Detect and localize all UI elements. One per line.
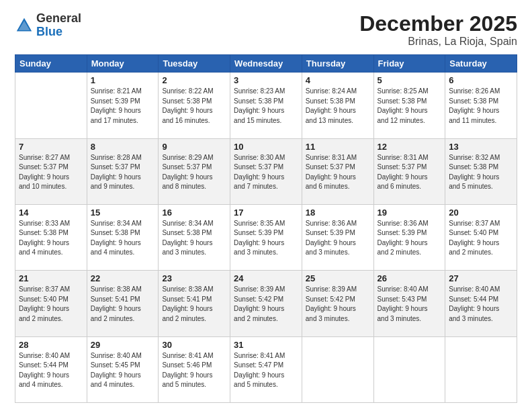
calendar-header-row: SundayMondayTuesdayWednesdayThursdayFrid… xyxy=(15,55,517,73)
calendar-cell: 2Sunrise: 8:22 AMSunset: 5:38 PMDaylight… xyxy=(159,73,230,138)
day-number: 20 xyxy=(449,208,513,218)
day-info: Sunrise: 8:27 AMSunset: 5:37 PMDaylight:… xyxy=(19,153,83,192)
calendar-cell: 18Sunrise: 8:36 AMSunset: 5:39 PMDayligh… xyxy=(302,204,373,270)
calendar-cell: 21Sunrise: 8:37 AMSunset: 5:40 PMDayligh… xyxy=(15,271,87,336)
day-number: 25 xyxy=(306,273,370,283)
calendar-cell: 23Sunrise: 8:38 AMSunset: 5:41 PMDayligh… xyxy=(159,271,230,336)
header: General Blue December 2025 Brinas, La Ri… xyxy=(15,12,517,48)
calendar-cell: 8Sunrise: 8:28 AMSunset: 5:37 PMDaylight… xyxy=(87,138,159,204)
day-info: Sunrise: 8:35 AMSunset: 5:39 PMDaylight:… xyxy=(234,219,298,258)
day-info: Sunrise: 8:22 AMSunset: 5:38 PMDaylight:… xyxy=(162,87,226,126)
day-number: 19 xyxy=(378,208,442,218)
day-info: Sunrise: 8:40 AMSunset: 5:44 PMDaylight:… xyxy=(449,285,513,324)
calendar-cell: 1Sunrise: 8:21 AMSunset: 5:39 PMDaylight… xyxy=(87,73,159,138)
calendar-cell: 15Sunrise: 8:34 AMSunset: 5:38 PMDayligh… xyxy=(87,204,159,270)
calendar-cell: 30Sunrise: 8:41 AMSunset: 5:46 PMDayligh… xyxy=(159,336,230,402)
day-number: 30 xyxy=(162,340,226,350)
calendar-cell: 17Sunrise: 8:35 AMSunset: 5:39 PMDayligh… xyxy=(230,204,302,270)
day-number: 2 xyxy=(162,75,226,85)
calendar-cell xyxy=(445,336,517,402)
day-info: Sunrise: 8:21 AMSunset: 5:39 PMDaylight:… xyxy=(91,87,155,126)
day-info: Sunrise: 8:34 AMSunset: 5:38 PMDaylight:… xyxy=(162,219,226,258)
calendar-cell: 13Sunrise: 8:32 AMSunset: 5:38 PMDayligh… xyxy=(445,138,517,204)
logo-blue: Blue xyxy=(36,26,81,39)
day-number: 28 xyxy=(19,340,83,350)
day-number: 22 xyxy=(91,273,155,283)
day-info: Sunrise: 8:37 AMSunset: 5:40 PMDaylight:… xyxy=(19,285,83,324)
day-info: Sunrise: 8:26 AMSunset: 5:38 PMDaylight:… xyxy=(449,87,513,126)
day-number: 23 xyxy=(162,273,226,283)
calendar-week-row: 14Sunrise: 8:33 AMSunset: 5:38 PMDayligh… xyxy=(15,204,517,270)
day-info: Sunrise: 8:40 AMSunset: 5:43 PMDaylight:… xyxy=(378,285,442,324)
day-number: 10 xyxy=(234,142,298,152)
day-info: Sunrise: 8:23 AMSunset: 5:38 PMDaylight:… xyxy=(234,87,298,126)
calendar-week-row: 1Sunrise: 8:21 AMSunset: 5:39 PMDaylight… xyxy=(15,73,517,138)
page: General Blue December 2025 Brinas, La Ri… xyxy=(0,0,532,411)
calendar-cell: 14Sunrise: 8:33 AMSunset: 5:38 PMDayligh… xyxy=(15,204,87,270)
day-info: Sunrise: 8:30 AMSunset: 5:37 PMDaylight:… xyxy=(234,153,298,192)
day-info: Sunrise: 8:41 AMSunset: 5:46 PMDaylight:… xyxy=(162,351,226,390)
day-info: Sunrise: 8:32 AMSunset: 5:38 PMDaylight:… xyxy=(449,153,513,192)
day-number: 8 xyxy=(91,142,155,152)
calendar-cell: 28Sunrise: 8:40 AMSunset: 5:44 PMDayligh… xyxy=(15,336,87,402)
day-info: Sunrise: 8:41 AMSunset: 5:47 PMDaylight:… xyxy=(234,351,298,390)
calendar-cell: 9Sunrise: 8:29 AMSunset: 5:37 PMDaylight… xyxy=(159,138,230,204)
calendar-cell: 4Sunrise: 8:24 AMSunset: 5:38 PMDaylight… xyxy=(302,73,373,138)
day-info: Sunrise: 8:28 AMSunset: 5:37 PMDaylight:… xyxy=(91,153,155,192)
calendar-cell: 3Sunrise: 8:23 AMSunset: 5:38 PMDaylight… xyxy=(230,73,302,138)
calendar-cell: 16Sunrise: 8:34 AMSunset: 5:38 PMDayligh… xyxy=(159,204,230,270)
calendar-cell: 22Sunrise: 8:38 AMSunset: 5:41 PMDayligh… xyxy=(87,271,159,336)
day-number: 14 xyxy=(19,208,83,218)
day-number: 13 xyxy=(449,142,513,152)
day-header-wednesday: Wednesday xyxy=(230,55,302,73)
calendar-cell: 11Sunrise: 8:31 AMSunset: 5:37 PMDayligh… xyxy=(302,138,373,204)
day-number: 17 xyxy=(234,208,298,218)
day-info: Sunrise: 8:34 AMSunset: 5:38 PMDaylight:… xyxy=(91,219,155,258)
calendar-cell: 7Sunrise: 8:27 AMSunset: 5:37 PMDaylight… xyxy=(15,138,87,204)
calendar-cell: 24Sunrise: 8:39 AMSunset: 5:42 PMDayligh… xyxy=(230,271,302,336)
logo-text: General Blue xyxy=(36,12,81,39)
title-block: December 2025 Brinas, La Rioja, Spain xyxy=(359,12,517,48)
calendar-week-row: 7Sunrise: 8:27 AMSunset: 5:37 PMDaylight… xyxy=(15,138,517,204)
day-info: Sunrise: 8:39 AMSunset: 5:42 PMDaylight:… xyxy=(306,285,370,324)
calendar-cell: 12Sunrise: 8:31 AMSunset: 5:37 PMDayligh… xyxy=(373,138,445,204)
calendar-cell: 31Sunrise: 8:41 AMSunset: 5:47 PMDayligh… xyxy=(230,336,302,402)
day-number: 5 xyxy=(378,75,442,85)
day-number: 24 xyxy=(234,273,298,283)
day-header-friday: Friday xyxy=(373,55,445,73)
day-info: Sunrise: 8:24 AMSunset: 5:38 PMDaylight:… xyxy=(306,87,370,126)
day-info: Sunrise: 8:31 AMSunset: 5:37 PMDaylight:… xyxy=(378,153,442,192)
day-info: Sunrise: 8:33 AMSunset: 5:38 PMDaylight:… xyxy=(19,219,83,258)
day-number: 1 xyxy=(91,75,155,85)
day-info: Sunrise: 8:29 AMSunset: 5:37 PMDaylight:… xyxy=(162,153,226,192)
calendar-cell xyxy=(373,336,445,402)
day-header-thursday: Thursday xyxy=(302,55,373,73)
calendar-cell: 26Sunrise: 8:40 AMSunset: 5:43 PMDayligh… xyxy=(373,271,445,336)
day-number: 31 xyxy=(234,340,298,350)
calendar-cell: 20Sunrise: 8:37 AMSunset: 5:40 PMDayligh… xyxy=(445,204,517,270)
calendar-cell: 29Sunrise: 8:40 AMSunset: 5:45 PMDayligh… xyxy=(87,336,159,402)
day-header-tuesday: Tuesday xyxy=(159,55,230,73)
day-info: Sunrise: 8:25 AMSunset: 5:38 PMDaylight:… xyxy=(378,87,442,126)
calendar-title: December 2025 xyxy=(359,12,517,36)
calendar-cell: 19Sunrise: 8:36 AMSunset: 5:39 PMDayligh… xyxy=(373,204,445,270)
day-number: 15 xyxy=(91,208,155,218)
calendar-cell: 6Sunrise: 8:26 AMSunset: 5:38 PMDaylight… xyxy=(445,73,517,138)
calendar-cell: 25Sunrise: 8:39 AMSunset: 5:42 PMDayligh… xyxy=(302,271,373,336)
day-info: Sunrise: 8:37 AMSunset: 5:40 PMDaylight:… xyxy=(449,219,513,258)
calendar-cell xyxy=(15,73,87,138)
day-number: 26 xyxy=(378,273,442,283)
day-header-sunday: Sunday xyxy=(15,55,87,73)
logo-icon xyxy=(15,16,34,35)
calendar-week-row: 21Sunrise: 8:37 AMSunset: 5:40 PMDayligh… xyxy=(15,271,517,336)
day-info: Sunrise: 8:39 AMSunset: 5:42 PMDaylight:… xyxy=(234,285,298,324)
day-info: Sunrise: 8:40 AMSunset: 5:45 PMDaylight:… xyxy=(91,351,155,390)
calendar-cell: 10Sunrise: 8:30 AMSunset: 5:37 PMDayligh… xyxy=(230,138,302,204)
day-info: Sunrise: 8:40 AMSunset: 5:44 PMDaylight:… xyxy=(19,351,83,390)
day-info: Sunrise: 8:36 AMSunset: 5:39 PMDaylight:… xyxy=(378,219,442,258)
day-number: 29 xyxy=(91,340,155,350)
calendar-cell: 27Sunrise: 8:40 AMSunset: 5:44 PMDayligh… xyxy=(445,271,517,336)
day-number: 7 xyxy=(19,142,83,152)
logo: General Blue xyxy=(15,12,81,39)
calendar-subtitle: Brinas, La Rioja, Spain xyxy=(359,36,517,48)
